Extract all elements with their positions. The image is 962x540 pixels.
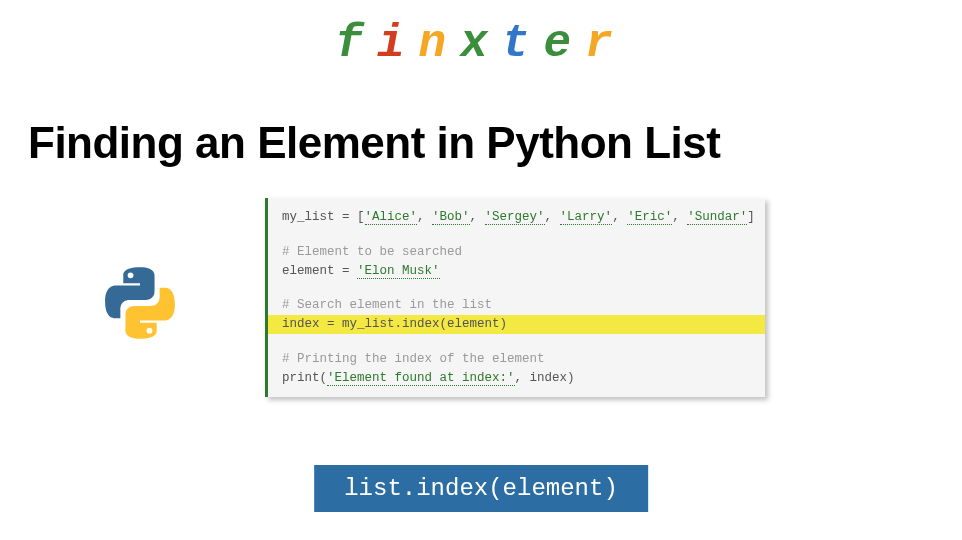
logo-letter-f: f <box>335 18 377 70</box>
logo-letter-r: r <box>585 18 627 70</box>
logo-letter-e: e <box>543 18 585 70</box>
syntax-signature: list.index(element) <box>314 465 648 512</box>
brand-logo: finxter <box>0 0 962 70</box>
code-line-5-highlighted: index = my_list.index(element) <box>268 315 765 334</box>
code-line-1: my_list = ['Alice', 'Bob', 'Sergey', 'La… <box>282 208 751 227</box>
logo-letter-n: n <box>419 18 461 70</box>
code-block: my_list = ['Alice', 'Bob', 'Sergey', 'La… <box>265 198 765 397</box>
logo-letter-x: x <box>460 18 502 70</box>
code-line-2: # Element to be searched <box>282 243 751 262</box>
code-line-4: # Search element in the list <box>282 296 751 315</box>
code-line-7: print('Element found at index:', index) <box>282 369 751 388</box>
page-title: Finding an Element in Python List <box>28 118 962 168</box>
content-row: my_list = ['Alice', 'Bob', 'Sergey', 'La… <box>0 198 962 397</box>
code-line-3: element = 'Elon Musk' <box>282 262 751 281</box>
logo-letter-i: i <box>377 18 419 70</box>
code-line-6: # Printing the index of the element <box>282 350 751 369</box>
python-logo-icon <box>100 263 180 343</box>
logo-letter-t: t <box>502 18 544 70</box>
